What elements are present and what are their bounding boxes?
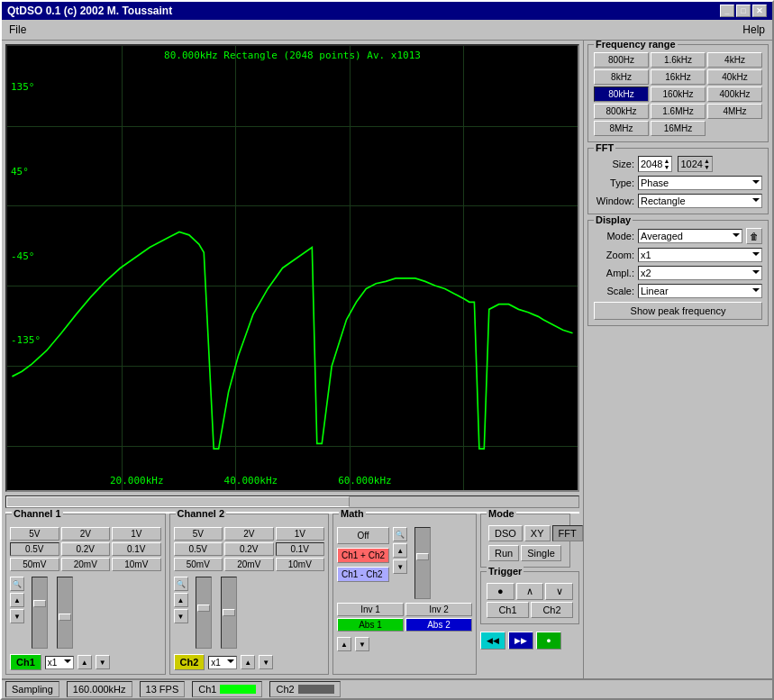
- ch2-slider2-thumb[interactable]: [223, 609, 235, 616]
- display-scale-combo[interactable]: Linear: [638, 284, 762, 298]
- trigger-ch2-btn[interactable]: Ch2: [531, 602, 573, 618]
- freq-800hz[interactable]: 800Hz: [594, 52, 649, 68]
- ch2-slider-track[interactable]: [196, 577, 212, 649]
- ch2-down-btn[interactable]: ▼: [174, 609, 188, 623]
- ch1-label-btn[interactable]: Ch1: [10, 654, 41, 670]
- ch1-slider-thumb[interactable]: [33, 600, 46, 607]
- fft-btn[interactable]: FFT: [552, 525, 583, 541]
- display-zoom-combo[interactable]: x1: [638, 248, 762, 262]
- fft-size-spinbox[interactable]: 2048 ▲ ▼: [638, 156, 672, 172]
- run-btn[interactable]: Run: [488, 545, 519, 561]
- math-slider-track[interactable]: [414, 527, 431, 599]
- ch2-2v-btn[interactable]: 2V: [224, 527, 274, 541]
- freq-16m[interactable]: 16MHz: [651, 121, 706, 136]
- math-up-btn[interactable]: ▲: [393, 543, 407, 558]
- ch1-slider2-thumb[interactable]: [59, 614, 71, 621]
- inv1-btn[interactable]: Inv 1: [337, 603, 404, 616]
- record-btn[interactable]: ●: [536, 632, 561, 650]
- freq-4khz[interactable]: 4kHz: [707, 52, 762, 68]
- ch2-20mv-btn[interactable]: 20mV: [224, 558, 274, 571]
- freq-80khz[interactable]: 80kHz: [594, 86, 649, 102]
- trigger-btn2[interactable]: ∧: [516, 583, 544, 600]
- math-zoom-btn[interactable]: 🔍: [393, 527, 407, 541]
- xy-btn[interactable]: XY: [524, 525, 551, 541]
- scope-scrollbar[interactable]: [5, 495, 579, 508]
- math-add-btn[interactable]: Ch1 + Ch2: [337, 548, 389, 563]
- math-slider-thumb[interactable]: [416, 553, 429, 560]
- math-sub-btn[interactable]: Ch1 - Ch2: [337, 567, 389, 582]
- ch2-05v-btn[interactable]: 0.5V: [174, 542, 223, 556]
- peak-freq-btn[interactable]: Show peak frequency: [594, 302, 762, 320]
- fft-size-down[interactable]: ▼: [663, 164, 669, 170]
- ch1-02v-btn[interactable]: 0.2V: [61, 542, 111, 556]
- ch2-02v-btn[interactable]: 0.2V: [224, 542, 274, 556]
- freq-160khz[interactable]: 160kHz: [651, 86, 706, 102]
- ch2-slider2-track[interactable]: [221, 577, 237, 649]
- math-down-btn[interactable]: ▼: [393, 559, 407, 574]
- ch2-zoom-btn[interactable]: 🔍: [174, 577, 188, 591]
- fft-size-alt-up[interactable]: ▲: [704, 158, 710, 164]
- ch1-slider2-track[interactable]: [57, 577, 73, 649]
- ch2-10mv-btn[interactable]: 10mV: [276, 558, 325, 571]
- trigger-btn3[interactable]: ∨: [545, 583, 573, 600]
- freq-16mhz[interactable]: 1.6MHz: [651, 104, 706, 119]
- ch2-inc-btn[interactable]: ▲: [241, 655, 255, 669]
- help-menu[interactable]: Help: [739, 22, 769, 38]
- abs1-btn[interactable]: Abs 1: [337, 618, 404, 632]
- ch1-mult-combo[interactable]: x1: [45, 656, 74, 669]
- minimize-button[interactable]: _: [720, 5, 734, 17]
- maximize-button[interactable]: □: [736, 5, 751, 17]
- ch2-slider-thumb[interactable]: [197, 605, 210, 612]
- ch1-05v-btn[interactable]: 0.5V: [10, 542, 59, 556]
- freq-4mhz[interactable]: 4MHz: [707, 104, 762, 119]
- display-ampl-combo[interactable]: x2: [638, 266, 762, 280]
- ch1-zoom-btn[interactable]: 🔍: [10, 577, 24, 591]
- ch2-01v-btn[interactable]: 0.1V: [276, 542, 325, 556]
- fft-size-up[interactable]: ▲: [663, 158, 669, 164]
- ch1-up-btn[interactable]: ▲: [10, 593, 24, 607]
- freq-16k[interactable]: 16kHz: [651, 69, 706, 85]
- fft-size-alt-spinbox[interactable]: 1024 ▲ ▼: [678, 156, 712, 172]
- ch2-up-btn[interactable]: ▲: [174, 593, 188, 607]
- single-btn[interactable]: Single: [521, 545, 561, 561]
- ch2-1v-btn[interactable]: 1V: [276, 527, 325, 541]
- close-button[interactable]: ✕: [752, 5, 767, 17]
- ch1-slider-track[interactable]: [32, 577, 48, 649]
- freq-40khz[interactable]: 40kHz: [707, 69, 762, 85]
- ch1-10mv-btn[interactable]: 10mV: [112, 558, 161, 571]
- display-trash-btn[interactable]: 🗑: [746, 228, 762, 244]
- rewind-btn[interactable]: ◀◀: [480, 632, 505, 650]
- ch1-1v-btn[interactable]: 1V: [112, 527, 161, 541]
- freq-16khz[interactable]: 1.6kHz: [651, 52, 706, 68]
- ch1-20mv-btn[interactable]: 20mV: [61, 558, 111, 571]
- ch2-dec-btn[interactable]: ▼: [259, 655, 273, 669]
- fft-window-combo[interactable]: Rectangle: [638, 194, 762, 208]
- file-menu[interactable]: File: [5, 22, 30, 38]
- math-inc-btn[interactable]: ▲: [337, 637, 351, 651]
- display-mode-combo[interactable]: Averaged: [638, 229, 742, 243]
- ch2-mult-combo[interactable]: x1: [208, 656, 237, 669]
- inv2-btn[interactable]: Inv 2: [405, 603, 472, 616]
- math-dec-btn[interactable]: ▼: [355, 637, 369, 651]
- freq-8mhz[interactable]: 8MHz: [594, 121, 649, 136]
- ch1-2v-btn[interactable]: 2V: [61, 527, 111, 541]
- dso-btn[interactable]: DSO: [488, 525, 523, 541]
- ch1-01v-btn[interactable]: 0.1V: [112, 542, 161, 556]
- trigger-btn1[interactable]: ●: [487, 583, 514, 600]
- fft-type-combo[interactable]: Phase: [638, 176, 762, 190]
- ch2-5v-btn[interactable]: 5V: [174, 527, 223, 541]
- ch2-label-btn[interactable]: Ch2: [174, 654, 205, 670]
- forward-btn[interactable]: ▶▶: [508, 632, 533, 650]
- ch1-inc-btn[interactable]: ▲: [77, 655, 92, 669]
- fft-size-alt-down[interactable]: ▼: [704, 164, 710, 170]
- ch1-5v-btn[interactable]: 5V: [10, 527, 59, 541]
- freq-800khz[interactable]: 800kHz: [594, 104, 649, 119]
- trigger-ch1-btn[interactable]: Ch1: [487, 602, 529, 618]
- ch1-down-btn[interactable]: ▼: [10, 609, 24, 623]
- math-off-btn[interactable]: Off: [337, 527, 389, 544]
- freq-8khz[interactable]: 8kHz: [594, 69, 649, 85]
- abs2-btn[interactable]: Abs 2: [405, 618, 472, 632]
- ch2-50mv-btn[interactable]: 50mV: [174, 558, 223, 571]
- ch1-50mv-btn[interactable]: 50mV: [10, 558, 59, 571]
- freq-400khz[interactable]: 400kHz: [707, 86, 762, 102]
